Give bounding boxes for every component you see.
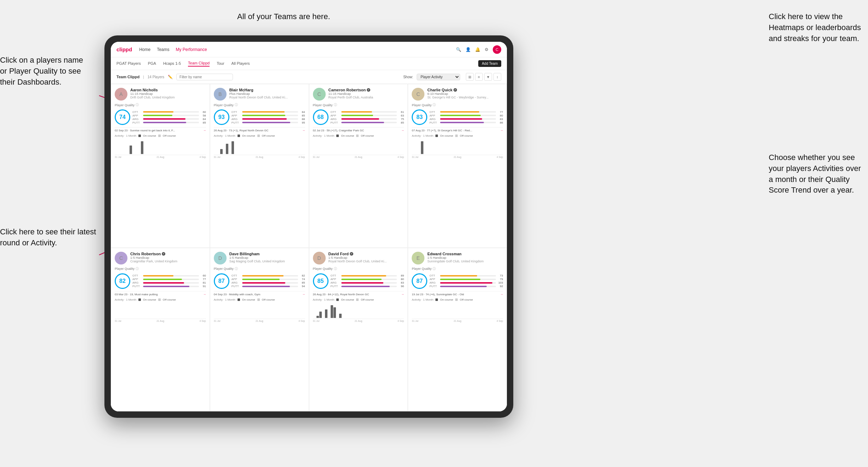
chart-bar-empty: [412, 318, 415, 318]
stat-bar: [143, 115, 172, 116]
quality-row[interactable]: 68 OTT 61 APP 63 ARG 75 PUTT 85: [313, 109, 404, 125]
stat-label: APP: [232, 114, 241, 117]
quality-stats: OTT 82 APP 74 ARG 85 PUTT 94: [232, 274, 305, 288]
chart-bar-empty: [138, 154, 141, 154]
user-avatar-nav[interactable]: C: [493, 45, 501, 54]
settings-icon[interactable]: ⚙: [485, 47, 489, 52]
nav-item-performance[interactable]: My Performance: [176, 47, 207, 52]
ipad-screen: clippd Home Teams My Performance 🔍 👤 🔔 ⚙…: [111, 42, 507, 411]
stat-label: APP: [132, 114, 142, 117]
sub-nav-pga[interactable]: PGA: [148, 61, 156, 66]
stat-label: OTT: [429, 110, 439, 114]
stat-bar-bg: [143, 279, 199, 280]
stat-bar: [143, 282, 184, 284]
quality-row[interactable]: 74 OTT 60 APP 58 ARG 84 PUTT 85: [115, 109, 206, 125]
chart-bar-empty: [429, 318, 432, 318]
sub-nav-pgat[interactable]: PGAT Players: [116, 61, 141, 66]
stat-value: 82: [299, 274, 305, 277]
quality-row[interactable]: 85 OTT 89 APP 80 ARG 83 PUTT 96: [313, 273, 404, 289]
activity-label: Activity · 1 Month On course Off course: [412, 298, 503, 301]
quality-circle: 85: [313, 273, 329, 289]
quality-row[interactable]: 93 OTT 84 APP 85 ARG 88 PUTT 95: [214, 109, 305, 125]
stat-row-putt: PUTT 86: [429, 121, 503, 124]
player-club: Drift Golf Club, United Kingdom: [130, 96, 206, 99]
quality-stats: OTT 61 APP 63 ARG 75 PUTT 85: [331, 110, 404, 124]
player-name[interactable]: Chris Robertson ✓: [130, 252, 206, 256]
last-round-arrow: →: [302, 129, 305, 132]
player-name[interactable]: Edward Crossman: [427, 252, 503, 256]
nav-item-teams[interactable]: Teams: [157, 47, 169, 52]
quality-label: Player Quality ⓘ: [214, 267, 305, 271]
on-course-label: On course: [143, 298, 156, 301]
quality-row[interactable]: 87 OTT 82 APP 74 ARG 85 PUTT 94: [214, 273, 305, 289]
quality-label: Player Quality ⓘ: [313, 103, 404, 107]
quality-row[interactable]: 87 OTT 73 APP 79 ARG 103 PUTT 92: [412, 273, 503, 289]
player-card: D Dave Billingham 1-5 Handicap Sag Magin…: [210, 248, 309, 412]
sub-nav-team-clippd[interactable]: Team Clippd: [188, 61, 210, 67]
bell-icon[interactable]: 🔔: [475, 47, 480, 52]
sub-nav-all-players[interactable]: All Players: [232, 61, 250, 66]
stat-bar-bg: [440, 111, 496, 113]
player-name[interactable]: Charlie Quick ✓: [427, 88, 503, 92]
chart-bar-empty: [342, 154, 344, 154]
player-name[interactable]: Dave Billingham: [229, 252, 305, 256]
player-name[interactable]: Aaron Nicholls: [130, 88, 206, 92]
player-club: Royal Perth Golf Club, Australia: [329, 96, 404, 99]
profile-icon[interactable]: 👤: [466, 47, 471, 52]
chart-bar-empty: [217, 154, 220, 154]
filter-view-icon[interactable]: ▼: [484, 73, 492, 81]
on-course-label: On course: [341, 298, 354, 301]
stat-value: 74: [299, 278, 305, 281]
stat-bar-bg: [242, 115, 298, 116]
player-name[interactable]: Cameron Robertson ✓: [329, 88, 404, 92]
stat-bar-bg: [341, 111, 397, 113]
show-select[interactable]: Player Activity Quality Score Trend: [417, 74, 460, 80]
edit-icon[interactable]: ✏️: [168, 75, 173, 79]
player-handicap: 1-5 Handicap: [427, 256, 503, 260]
list-view-icon[interactable]: ≡: [475, 73, 483, 81]
sub-nav-tour[interactable]: Tour: [217, 61, 224, 66]
stat-row-arg: ARG 81: [132, 281, 206, 284]
last-round[interactable]: 04 Sep 23 · Mobility with coach, Gym →: [214, 291, 305, 296]
quality-row[interactable]: 83 OTT 77 APP 80 ARG 83 PUTT 86: [412, 109, 503, 125]
quality-label: Player Quality ⓘ: [412, 267, 503, 271]
grid-view-icon[interactable]: ⊞: [466, 73, 474, 81]
quality-info-icon: ⓘ: [235, 267, 238, 271]
stat-value: 83: [398, 281, 404, 284]
stat-value: 89: [398, 274, 404, 277]
last-round[interactable]: 26 Aug 23 · 84 (+12), Royal North Devon …: [313, 291, 404, 296]
chart-bar: [226, 144, 228, 154]
quality-circle: 83: [412, 109, 427, 125]
add-team-button[interactable]: Add Team: [478, 60, 501, 67]
chart-bar-empty: [418, 154, 421, 154]
filter-input[interactable]: [176, 74, 233, 80]
chart-bar-empty: [435, 318, 438, 318]
chart-bar-empty: [441, 318, 443, 318]
nav-item-home[interactable]: Home: [139, 47, 150, 52]
chart-date-start: 31 Jul: [313, 156, 320, 158]
off-course-legend: [356, 298, 359, 301]
sub-nav-hcaps[interactable]: Hcaps 1-5: [163, 61, 181, 66]
search-icon[interactable]: 🔍: [456, 47, 461, 52]
last-round[interactable]: 07 Aug 23 · 77 (+7), St George's Hill GC…: [412, 127, 503, 132]
quality-row[interactable]: 82 OTT 60 APP 77 ARG 81 PUTT 91: [115, 273, 206, 289]
chart-bars: [115, 302, 146, 319]
last-round[interactable]: 03 Mar 23 · 19, Must make putting →: [115, 291, 206, 296]
last-round[interactable]: 02 Sep 23 · Sunrise round to get back in…: [115, 127, 206, 132]
player-handicap: 11-15 Handicap: [329, 92, 404, 96]
chart-bars: [215, 138, 245, 155]
player-name[interactable]: Blair McHarg: [229, 88, 305, 92]
chart-date-mid: 21 Aug: [256, 156, 263, 158]
last-round[interactable]: 02 Jul 23 · 59 (+17), Craigmillar Park G…: [313, 127, 404, 132]
stat-label: ARG: [232, 118, 241, 121]
stat-label: ARG: [232, 281, 241, 284]
last-round[interactable]: 26 Aug 23 · 73 (+1), Royal North Devon G…: [214, 127, 305, 132]
chart-dates: 31 Jul 21 Aug 4 Sep: [412, 156, 503, 158]
sort-icon[interactable]: ↕: [493, 73, 501, 81]
last-round[interactable]: 19 Jul 23 · 74 (+4), Sunningdale GC - Ol…: [412, 291, 503, 296]
quality-circle: 82: [115, 273, 130, 289]
player-name[interactable]: David Ford ✓: [329, 252, 404, 256]
player-info: Cameron Robertson ✓ 11-15 Handicap Royal…: [329, 88, 404, 99]
chart-bar-empty: [314, 154, 316, 154]
player-grid: A Aaron Nicholls 11-15 Handicap Drift Go…: [111, 84, 507, 411]
